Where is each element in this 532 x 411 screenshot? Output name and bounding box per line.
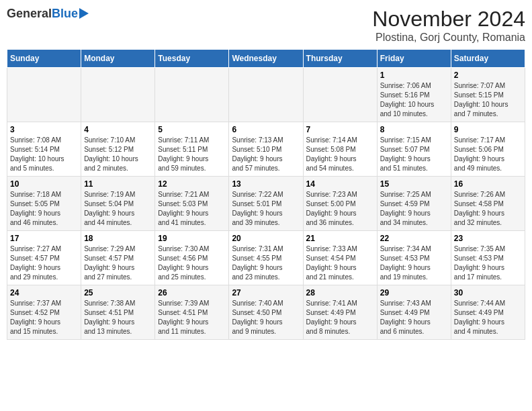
day-info: Sunrise: 7:11 AM Sunset: 5:11 PM Dayligh…: [158, 136, 226, 173]
day-number: 7: [306, 125, 374, 134]
day-number: 1: [380, 71, 448, 80]
calendar-cell: 18Sunrise: 7:29 AM Sunset: 4:57 PM Dayli…: [81, 231, 155, 285]
day-number: 30: [454, 288, 522, 298]
weekday-header-thursday: Thursday: [303, 50, 377, 68]
calendar-cell: 7Sunrise: 7:14 AM Sunset: 5:08 PM Daylig…: [303, 122, 377, 177]
day-info: Sunrise: 7:33 AM Sunset: 4:54 PM Dayligh…: [306, 244, 374, 282]
calendar-cell: 5Sunrise: 7:11 AM Sunset: 5:11 PM Daylig…: [155, 122, 229, 177]
day-number: 23: [454, 234, 522, 243]
calendar-cell: 22Sunrise: 7:34 AM Sunset: 4:53 PM Dayli…: [377, 231, 451, 285]
header: General Blue November 2024 Plostina, Gor…: [7, 7, 525, 44]
calendar-week-4: 17Sunrise: 7:27 AM Sunset: 4:57 PM Dayli…: [7, 231, 525, 285]
day-info: Sunrise: 7:30 AM Sunset: 4:56 PM Dayligh…: [158, 244, 226, 282]
day-number: 20: [232, 234, 300, 243]
day-info: Sunrise: 7:38 AM Sunset: 4:51 PM Dayligh…: [84, 299, 152, 336]
day-info: Sunrise: 7:29 AM Sunset: 4:57 PM Dayligh…: [84, 244, 152, 282]
calendar-cell: 19Sunrise: 7:30 AM Sunset: 4:56 PM Dayli…: [155, 231, 229, 285]
calendar-cell: 23Sunrise: 7:35 AM Sunset: 4:53 PM Dayli…: [451, 231, 525, 285]
calendar-cell: 1Sunrise: 7:06 AM Sunset: 5:16 PM Daylig…: [377, 68, 451, 122]
day-info: Sunrise: 7:35 AM Sunset: 4:53 PM Dayligh…: [454, 244, 522, 282]
calendar-cell: 11Sunrise: 7:19 AM Sunset: 5:04 PM Dayli…: [81, 177, 155, 231]
day-info: Sunrise: 7:31 AM Sunset: 4:55 PM Dayligh…: [232, 244, 300, 282]
calendar-body: 1Sunrise: 7:06 AM Sunset: 5:16 PM Daylig…: [7, 68, 525, 340]
calendar-cell: [229, 68, 303, 122]
calendar-cell: 27Sunrise: 7:40 AM Sunset: 4:50 PM Dayli…: [229, 285, 303, 340]
day-number: 22: [380, 234, 448, 243]
day-info: Sunrise: 7:27 AM Sunset: 4:57 PM Dayligh…: [10, 244, 78, 282]
day-number: 15: [380, 179, 448, 189]
day-number: 8: [380, 125, 448, 134]
calendar-week-1: 1Sunrise: 7:06 AM Sunset: 5:16 PM Daylig…: [7, 68, 525, 122]
logo-general-text: General: [7, 7, 52, 21]
day-number: 9: [454, 125, 522, 134]
calendar-cell: 21Sunrise: 7:33 AM Sunset: 4:54 PM Dayli…: [303, 231, 377, 285]
calendar-cell: 24Sunrise: 7:37 AM Sunset: 4:52 PM Dayli…: [7, 285, 81, 340]
weekday-header-friday: Friday: [377, 50, 451, 68]
calendar-cell: 3Sunrise: 7:08 AM Sunset: 5:14 PM Daylig…: [7, 122, 81, 177]
weekday-header-monday: Monday: [81, 50, 155, 68]
day-info: Sunrise: 7:19 AM Sunset: 5:04 PM Dayligh…: [84, 190, 152, 228]
day-number: 5: [158, 125, 226, 134]
calendar-week-2: 3Sunrise: 7:08 AM Sunset: 5:14 PM Daylig…: [7, 122, 525, 177]
calendar-cell: 9Sunrise: 7:17 AM Sunset: 5:06 PM Daylig…: [451, 122, 525, 177]
day-info: Sunrise: 7:23 AM Sunset: 5:00 PM Dayligh…: [306, 190, 374, 228]
calendar-cell: 13Sunrise: 7:22 AM Sunset: 5:01 PM Dayli…: [229, 177, 303, 231]
day-number: 26: [158, 288, 226, 298]
day-number: 28: [306, 288, 374, 298]
calendar-cell: 17Sunrise: 7:27 AM Sunset: 4:57 PM Dayli…: [7, 231, 81, 285]
day-number: 25: [84, 288, 152, 298]
calendar-cell: [303, 68, 377, 122]
calendar-table: SundayMondayTuesdayWednesdayThursdayFrid…: [7, 49, 525, 340]
logo: General Blue: [7, 7, 89, 21]
calendar-cell: 4Sunrise: 7:10 AM Sunset: 5:12 PM Daylig…: [81, 122, 155, 177]
day-info: Sunrise: 7:34 AM Sunset: 4:53 PM Dayligh…: [380, 244, 448, 282]
day-number: 27: [232, 288, 300, 298]
calendar-cell: 30Sunrise: 7:44 AM Sunset: 4:49 PM Dayli…: [451, 285, 525, 340]
weekday-header-row: SundayMondayTuesdayWednesdayThursdayFrid…: [7, 50, 525, 68]
calendar-cell: [7, 68, 81, 122]
calendar-cell: 20Sunrise: 7:31 AM Sunset: 4:55 PM Dayli…: [229, 231, 303, 285]
day-info: Sunrise: 7:37 AM Sunset: 4:52 PM Dayligh…: [10, 299, 78, 336]
day-number: 24: [10, 288, 78, 298]
day-number: 17: [10, 234, 78, 243]
calendar-cell: 29Sunrise: 7:43 AM Sunset: 4:49 PM Dayli…: [377, 285, 451, 340]
day-info: Sunrise: 7:14 AM Sunset: 5:08 PM Dayligh…: [306, 136, 374, 173]
calendar-cell: [155, 68, 229, 122]
day-number: 4: [84, 125, 152, 134]
weekday-header-sunday: Sunday: [7, 50, 81, 68]
calendar-cell: [81, 68, 155, 122]
calendar-week-3: 10Sunrise: 7:18 AM Sunset: 5:05 PM Dayli…: [7, 177, 525, 231]
title-area: November 2024 Plostina, Gorj County, Rom…: [372, 7, 525, 44]
calendar-cell: 16Sunrise: 7:26 AM Sunset: 4:58 PM Dayli…: [451, 177, 525, 231]
day-info: Sunrise: 7:15 AM Sunset: 5:07 PM Dayligh…: [380, 136, 448, 173]
day-info: Sunrise: 7:17 AM Sunset: 5:06 PM Dayligh…: [454, 136, 522, 173]
day-info: Sunrise: 7:43 AM Sunset: 4:49 PM Dayligh…: [380, 299, 448, 336]
logo-arrow-icon: [79, 8, 89, 19]
day-info: Sunrise: 7:10 AM Sunset: 5:12 PM Dayligh…: [84, 136, 152, 173]
calendar-header: SundayMondayTuesdayWednesdayThursdayFrid…: [7, 50, 525, 68]
calendar-cell: 14Sunrise: 7:23 AM Sunset: 5:00 PM Dayli…: [303, 177, 377, 231]
day-info: Sunrise: 7:22 AM Sunset: 5:01 PM Dayligh…: [232, 190, 300, 228]
day-info: Sunrise: 7:13 AM Sunset: 5:10 PM Dayligh…: [232, 136, 300, 173]
day-info: Sunrise: 7:41 AM Sunset: 4:49 PM Dayligh…: [306, 299, 374, 336]
day-info: Sunrise: 7:25 AM Sunset: 4:59 PM Dayligh…: [380, 190, 448, 228]
calendar-cell: 12Sunrise: 7:21 AM Sunset: 5:03 PM Dayli…: [155, 177, 229, 231]
weekday-header-tuesday: Tuesday: [155, 50, 229, 68]
calendar-cell: 2Sunrise: 7:07 AM Sunset: 5:15 PM Daylig…: [451, 68, 525, 122]
day-number: 11: [84, 179, 152, 189]
day-number: 14: [306, 179, 374, 189]
day-number: 29: [380, 288, 448, 298]
day-number: 13: [232, 179, 300, 189]
day-info: Sunrise: 7:40 AM Sunset: 4:50 PM Dayligh…: [232, 299, 300, 336]
calendar-week-5: 24Sunrise: 7:37 AM Sunset: 4:52 PM Dayli…: [7, 285, 525, 340]
day-info: Sunrise: 7:06 AM Sunset: 5:16 PM Dayligh…: [380, 81, 448, 119]
day-info: Sunrise: 7:39 AM Sunset: 4:51 PM Dayligh…: [158, 299, 226, 336]
calendar-cell: 8Sunrise: 7:15 AM Sunset: 5:07 PM Daylig…: [377, 122, 451, 177]
day-number: 16: [454, 179, 522, 189]
day-number: 6: [232, 125, 300, 134]
day-info: Sunrise: 7:08 AM Sunset: 5:14 PM Dayligh…: [10, 136, 78, 173]
calendar-cell: 10Sunrise: 7:18 AM Sunset: 5:05 PM Dayli…: [7, 177, 81, 231]
day-number: 2: [454, 71, 522, 80]
day-number: 21: [306, 234, 374, 243]
calendar-cell: 26Sunrise: 7:39 AM Sunset: 4:51 PM Dayli…: [155, 285, 229, 340]
